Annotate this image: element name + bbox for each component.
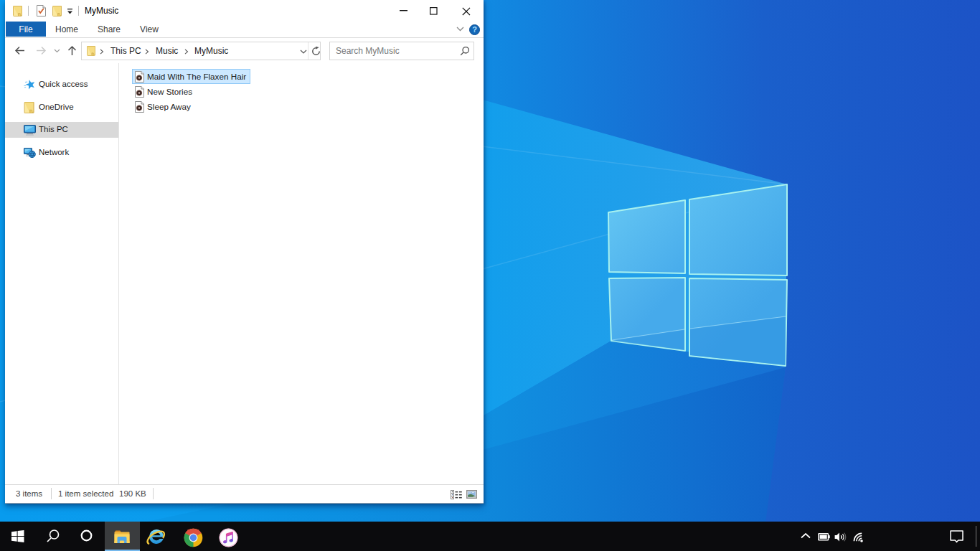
svg-text:?: ? [472,25,477,34]
